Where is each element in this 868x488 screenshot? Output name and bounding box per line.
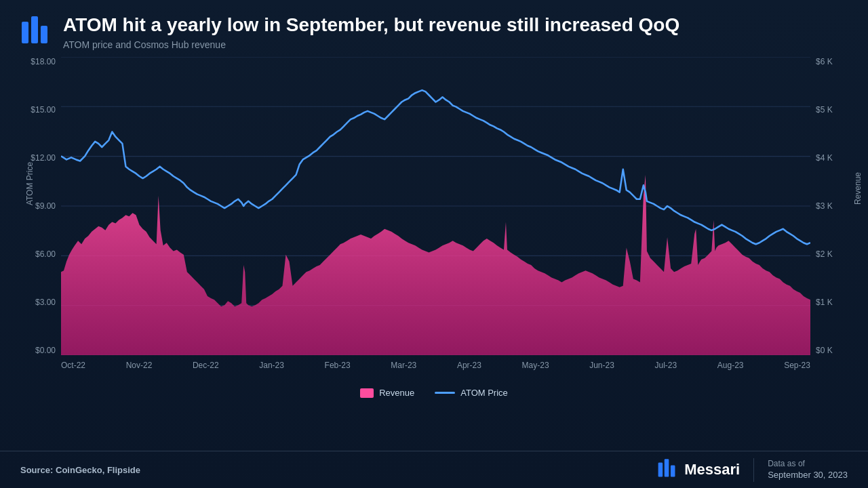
x-label-may23: May-23 (522, 361, 549, 370)
messari-logo: Messari (657, 458, 740, 481)
source-label: Source: (20, 465, 53, 475)
legend-price: ATOM Price (435, 388, 508, 398)
x-label-jul23: Jul-23 (655, 361, 677, 370)
svg-rect-0 (22, 22, 28, 43)
data-as-of-date: September 30, 2023 (768, 469, 848, 481)
chart-area: $18.00 $15.00 $12.00 $9.00 $6.00 $3.00 $… (20, 57, 848, 382)
legend-revenue-color (360, 388, 374, 398)
chart-subtitle: ATOM price and Cosmos Hub revenue (63, 39, 848, 50)
x-label-sep23: Sep-23 (784, 361, 810, 370)
x-label-jan23: Jan-23 (259, 361, 284, 370)
data-as-of: Data as of September 30, 2023 (768, 458, 848, 482)
x-label-feb23: Feb-23 (325, 361, 351, 370)
chart-canvas (61, 57, 810, 355)
source-text: Source: CoinGecko, Flipside (20, 465, 140, 475)
footer: Source: CoinGecko, Flipside Messari Data… (0, 451, 868, 488)
data-as-of-label: Data as of (768, 458, 848, 470)
header-text: ATOM hit a yearly low in September, but … (63, 14, 848, 50)
x-axis: Oct-22 Nov-22 Dec-22 Jan-23 Feb-23 Mar-2… (61, 355, 810, 382)
legend: Revenue ATOM Price (20, 388, 848, 398)
messari-brand-name: Messari (684, 461, 740, 479)
messari-logo-icon (657, 458, 679, 481)
y-right-label-5: $1 K (816, 298, 833, 307)
source-value: CoinGecko, Flipside (56, 465, 140, 475)
x-label-oct22: Oct-22 (61, 361, 85, 370)
y-left-label-1: $15.00 (31, 105, 56, 115)
y-axis-left-title: ATOM Price (25, 162, 35, 205)
legend-price-label: ATOM Price (460, 388, 508, 398)
header: ATOM hit a yearly low in September, but … (20, 14, 848, 50)
main-container: ATOM hit a yearly low in September, but … (0, 0, 868, 488)
x-label-apr23: Apr-23 (457, 361, 481, 370)
x-label-nov22: Nov-22 (126, 361, 153, 370)
footer-right: Messari Data as of September 30, 2023 (657, 458, 848, 482)
legend-revenue-label: Revenue (379, 388, 414, 398)
x-label-dec22: Dec-22 (193, 361, 219, 370)
svg-rect-2 (41, 26, 47, 43)
svg-rect-13 (671, 465, 675, 476)
y-right-label-3: $3 K (816, 201, 833, 211)
y-right-label-1: $5 K (816, 105, 833, 115)
svg-rect-11 (658, 463, 663, 477)
y-left-label-6: $0.00 (35, 346, 56, 355)
y-left-label-3: $9.00 (35, 201, 56, 211)
chart-title: ATOM hit a yearly low in September, but … (63, 14, 848, 37)
footer-divider (753, 458, 754, 482)
y-left-label-4: $6.00 (35, 249, 56, 259)
x-label-aug23: Aug-23 (717, 361, 744, 370)
y-axis-right: $6 K $5 K $4 K $3 K $2 K $1 K $0 K (810, 57, 848, 355)
y-right-label-6: $0 K (816, 346, 833, 355)
svg-rect-1 (31, 16, 38, 43)
messari-logo-icon (20, 15, 53, 50)
y-left-label-0: $18.00 (31, 57, 56, 66)
x-label-jun23: Jun-23 (589, 361, 614, 370)
y-axis-right-title: Revenue (853, 172, 863, 205)
y-axis-left: $18.00 $15.00 $12.00 $9.00 $6.00 $3.00 $… (20, 57, 61, 355)
y-right-label-2: $4 K (816, 153, 833, 163)
svg-rect-12 (665, 459, 669, 476)
y-right-label-4: $2 K (816, 249, 833, 259)
x-label-mar23: Mar-23 (391, 361, 416, 370)
legend-price-color (435, 392, 455, 394)
y-left-label-5: $3.00 (35, 298, 56, 307)
y-right-label-0: $6 K (816, 57, 833, 66)
legend-revenue: Revenue (360, 388, 414, 398)
